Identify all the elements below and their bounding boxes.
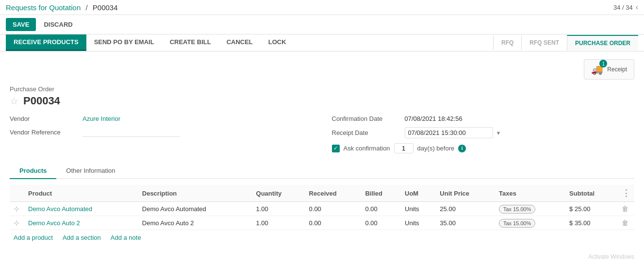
field-grid-left: Vendor Azure Interior Vendor Reference: [10, 115, 313, 153]
receipt-date-row: Receipt Date ▼: [332, 127, 635, 138]
col-drag: [10, 185, 24, 202]
delete-row-1-icon[interactable]: 🗑: [622, 205, 628, 213]
billed-cell-2: 0.00: [361, 216, 401, 230]
receipt-widget-container: 🚚 1 Receipt: [10, 59, 634, 80]
add-note-link[interactable]: Add a note: [111, 234, 141, 241]
field-grid-right: Confirmation Date 07/08/2021 18:42:56 Re…: [332, 115, 635, 153]
quantity-cell-2: 1.00: [252, 216, 305, 230]
product-link-2[interactable]: Demo Avco Auto 2: [28, 219, 80, 227]
taxes-cell-1: Tax 15.00%: [495, 202, 565, 216]
unit-price-cell-2: 35.00: [436, 216, 495, 230]
receipt-count-badge: 1: [599, 60, 607, 67]
receipt-date-label: Receipt Date: [332, 129, 400, 136]
discard-button[interactable]: DISCARD: [40, 18, 76, 31]
ask-confirmation-days-input[interactable]: [394, 143, 413, 153]
receipt-date-dropdown-icon[interactable]: ▼: [496, 130, 501, 136]
products-table: Product Description Quantity Received Bi…: [10, 185, 634, 230]
top-bar: Requests for Quotation / P00034 34 / 34 …: [0, 0, 644, 15]
status-pill-rfq: RFQ: [493, 35, 521, 50]
workflow-btn-lock[interactable]: LOCK: [261, 34, 294, 51]
quantity-cell-1: 1.00: [252, 202, 305, 216]
order-id-row: ☆ P00034: [10, 95, 634, 107]
received-cell-2: 0.00: [305, 216, 362, 230]
description-cell-1: Demo Avco Automated: [138, 202, 252, 216]
workflow-bar: RECEIVE PRODUCTS SEND PO BY EMAIL CREATE…: [0, 34, 644, 51]
subtotal-cell-2: $ 35.00: [565, 216, 618, 230]
uom-cell-2: Units: [401, 216, 436, 230]
table-header-row: Product Description Quantity Received Bi…: [10, 185, 634, 202]
vendor-reference-input[interactable]: [83, 127, 180, 137]
workflow-btn-cancel[interactable]: CANCEL: [219, 34, 261, 51]
col-subtotal: Subtotal: [565, 185, 618, 202]
taxes-cell-2: Tax 15.00%: [495, 216, 565, 230]
vendor-value[interactable]: Azure Interior: [83, 115, 120, 122]
product-link-1[interactable]: Demo Avco Automated: [28, 205, 92, 213]
status-pill-rfq-sent: RFQ SENT: [521, 35, 567, 50]
col-billed: Billed: [361, 185, 401, 202]
receipt-date-input-row: ▼: [405, 127, 501, 138]
breadcrumb: Requests for Quotation / P00034: [6, 3, 118, 12]
ask-confirmation-label: Ask confirmation: [344, 145, 390, 152]
uom-cell-1: Units: [401, 202, 436, 216]
ask-confirmation-checkbox[interactable]: [332, 145, 340, 152]
tab-products[interactable]: Products: [10, 163, 56, 179]
form-section: Purchase Order ☆ P00034 Vendor Azure Int…: [10, 85, 634, 153]
drag-handle-2-icon[interactable]: ⊹: [14, 219, 19, 227]
tab-other-information[interactable]: Other Information: [56, 163, 125, 179]
workflow-btn-create-bill[interactable]: CREATE BILL: [162, 34, 219, 51]
product-cell-1: Demo Avco Automated: [24, 202, 138, 216]
status-pill-purchase-order: PURCHASE ORDER: [567, 35, 638, 50]
col-menu-icon[interactable]: ⋮: [622, 188, 630, 198]
col-taxes: Taxes: [495, 185, 565, 202]
ask-confirmation-info-icon[interactable]: i: [458, 145, 466, 152]
delete-row-2-icon[interactable]: 🗑: [622, 219, 628, 227]
ask-confirmation-row: Ask confirmation day(s) before i: [332, 143, 635, 153]
breadcrumb-parent[interactable]: Requests for Quotation: [6, 3, 81, 12]
receipt-date-input[interactable]: [405, 127, 493, 138]
vendor-label: Vendor: [10, 115, 78, 122]
pagination: 34 / 34 ‹: [613, 3, 638, 12]
receipt-box[interactable]: 🚚 1 Receipt: [584, 59, 634, 80]
confirmation-date-row: Confirmation Date 07/08/2021 18:42:56: [332, 115, 635, 122]
drag-handle-cell: ⊹: [10, 202, 24, 216]
confirmation-date-value: 07/08/2021 18:42:56: [405, 115, 462, 122]
add-product-link[interactable]: Add a product: [14, 234, 53, 241]
breadcrumb-separator: /: [85, 3, 87, 12]
field-grid: Vendor Azure Interior Vendor Reference C…: [10, 115, 634, 153]
col-quantity: Quantity: [252, 185, 305, 202]
action-bar: SAVE DISCARD: [0, 15, 644, 34]
receipt-label: Receipt: [607, 66, 627, 73]
main-content: 🚚 1 Receipt Purchase Order ☆ P00034 Vend…: [0, 51, 644, 253]
pagination-prev-icon[interactable]: ‹: [636, 3, 638, 12]
col-uom: UoM: [401, 185, 436, 202]
drag-handle-icon[interactable]: ⊹: [14, 205, 19, 213]
vendor-field-row: Vendor Azure Interior: [10, 115, 313, 122]
table-row: ⊹ Demo Avco Automated Demo Avco Automate…: [10, 202, 634, 216]
vendor-reference-field-row: Vendor Reference: [10, 127, 313, 137]
delete-cell-2: 🗑: [618, 216, 634, 230]
vendor-reference-label: Vendor Reference: [10, 129, 78, 136]
col-unit-price: Unit Price: [436, 185, 495, 202]
status-pills: RFQ RFQ SENT PURCHASE ORDER: [493, 34, 638, 51]
tabs-bar: Products Other Information: [10, 163, 634, 179]
col-product: Product: [24, 185, 138, 202]
order-type-label: Purchase Order: [10, 85, 634, 93]
add-section-link[interactable]: Add a section: [63, 234, 101, 241]
ask-confirmation-suffix: day(s) before: [417, 145, 455, 152]
favorite-star-icon[interactable]: ☆: [10, 95, 18, 107]
drag-handle-cell-2: ⊹: [10, 216, 24, 230]
col-actions: ⋮: [618, 185, 634, 202]
tax-badge-1: Tax 15.00%: [499, 205, 535, 214]
description-cell-2: Demo Avco Auto 2: [138, 216, 252, 230]
table-row: ⊹ Demo Avco Auto 2 Demo Avco Auto 2 1.00…: [10, 216, 634, 230]
workflow-btn-send-po-email[interactable]: SEND PO BY EMAIL: [86, 34, 162, 51]
workflow-btn-receive-products[interactable]: RECEIVE PRODUCTS: [6, 34, 86, 51]
col-description: Description: [138, 185, 252, 202]
add-row-actions: Add a product Add a section Add a note: [10, 230, 634, 245]
pagination-display: 34 / 34: [613, 4, 633, 11]
save-button[interactable]: SAVE: [6, 18, 36, 31]
received-cell-1: 0.00: [305, 202, 362, 216]
billed-cell-1: 0.00: [361, 202, 401, 216]
product-cell-2: Demo Avco Auto 2: [24, 216, 138, 230]
unit-price-cell-1: 25.00: [436, 202, 495, 216]
